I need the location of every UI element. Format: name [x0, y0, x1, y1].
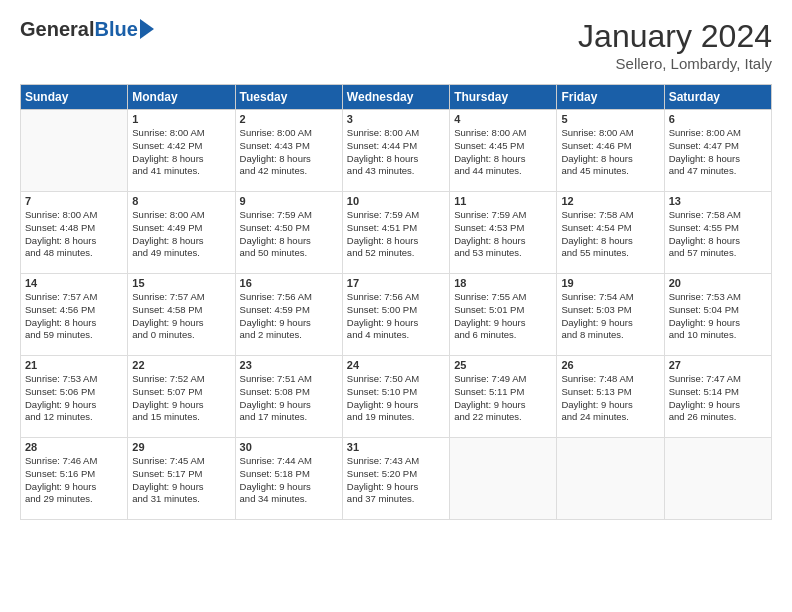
location-text: Sellero, Lombardy, Italy — [578, 55, 772, 72]
day-number: 19 — [561, 277, 659, 289]
day-info: Sunrise: 8:00 AM Sunset: 4:45 PM Dayligh… — [454, 127, 552, 178]
day-number: 17 — [347, 277, 445, 289]
day-number: 27 — [669, 359, 767, 371]
day-info: Sunrise: 7:56 AM Sunset: 4:59 PM Dayligh… — [240, 291, 338, 342]
day-number: 26 — [561, 359, 659, 371]
calendar-cell: 8Sunrise: 8:00 AM Sunset: 4:49 PM Daylig… — [128, 192, 235, 274]
calendar-cell: 30Sunrise: 7:44 AM Sunset: 5:18 PM Dayli… — [235, 438, 342, 520]
calendar-cell: 18Sunrise: 7:55 AM Sunset: 5:01 PM Dayli… — [450, 274, 557, 356]
calendar-week-row: 7Sunrise: 8:00 AM Sunset: 4:48 PM Daylig… — [21, 192, 772, 274]
day-info: Sunrise: 8:00 AM Sunset: 4:44 PM Dayligh… — [347, 127, 445, 178]
day-info: Sunrise: 7:56 AM Sunset: 5:00 PM Dayligh… — [347, 291, 445, 342]
logo-general-text: General — [20, 18, 94, 41]
calendar-cell: 6Sunrise: 8:00 AM Sunset: 4:47 PM Daylig… — [664, 110, 771, 192]
day-number: 31 — [347, 441, 445, 453]
logo: General Blue — [20, 18, 154, 41]
day-info: Sunrise: 7:47 AM Sunset: 5:14 PM Dayligh… — [669, 373, 767, 424]
day-info: Sunrise: 7:45 AM Sunset: 5:17 PM Dayligh… — [132, 455, 230, 506]
header: General Blue January 2024 Sellero, Lomba… — [20, 18, 772, 72]
month-title: January 2024 — [578, 18, 772, 55]
day-info: Sunrise: 8:00 AM Sunset: 4:43 PM Dayligh… — [240, 127, 338, 178]
calendar-cell: 7Sunrise: 8:00 AM Sunset: 4:48 PM Daylig… — [21, 192, 128, 274]
weekday-header-friday: Friday — [557, 85, 664, 110]
calendar-cell: 24Sunrise: 7:50 AM Sunset: 5:10 PM Dayli… — [342, 356, 449, 438]
calendar-cell: 2Sunrise: 8:00 AM Sunset: 4:43 PM Daylig… — [235, 110, 342, 192]
calendar-cell: 1Sunrise: 8:00 AM Sunset: 4:42 PM Daylig… — [128, 110, 235, 192]
day-info: Sunrise: 8:00 AM Sunset: 4:49 PM Dayligh… — [132, 209, 230, 260]
day-number: 6 — [669, 113, 767, 125]
weekday-header-saturday: Saturday — [664, 85, 771, 110]
day-number: 21 — [25, 359, 123, 371]
day-info: Sunrise: 7:44 AM Sunset: 5:18 PM Dayligh… — [240, 455, 338, 506]
day-info: Sunrise: 7:51 AM Sunset: 5:08 PM Dayligh… — [240, 373, 338, 424]
day-number: 18 — [454, 277, 552, 289]
calendar-cell — [557, 438, 664, 520]
page: General Blue January 2024 Sellero, Lomba… — [0, 0, 792, 530]
day-number: 22 — [132, 359, 230, 371]
calendar-cell: 19Sunrise: 7:54 AM Sunset: 5:03 PM Dayli… — [557, 274, 664, 356]
calendar-table: SundayMondayTuesdayWednesdayThursdayFrid… — [20, 84, 772, 520]
calendar-cell — [450, 438, 557, 520]
calendar-cell — [664, 438, 771, 520]
title-block: January 2024 Sellero, Lombardy, Italy — [578, 18, 772, 72]
day-number: 9 — [240, 195, 338, 207]
logo-arrow-icon — [140, 19, 154, 39]
calendar-cell: 26Sunrise: 7:48 AM Sunset: 5:13 PM Dayli… — [557, 356, 664, 438]
day-info: Sunrise: 8:00 AM Sunset: 4:46 PM Dayligh… — [561, 127, 659, 178]
calendar-week-row: 28Sunrise: 7:46 AM Sunset: 5:16 PM Dayli… — [21, 438, 772, 520]
day-number: 24 — [347, 359, 445, 371]
day-number: 20 — [669, 277, 767, 289]
day-info: Sunrise: 7:50 AM Sunset: 5:10 PM Dayligh… — [347, 373, 445, 424]
calendar-week-row: 14Sunrise: 7:57 AM Sunset: 4:56 PM Dayli… — [21, 274, 772, 356]
day-info: Sunrise: 7:53 AM Sunset: 5:06 PM Dayligh… — [25, 373, 123, 424]
logo-blue-text: Blue — [94, 18, 137, 41]
day-info: Sunrise: 8:00 AM Sunset: 4:48 PM Dayligh… — [25, 209, 123, 260]
day-number: 11 — [454, 195, 552, 207]
day-number: 5 — [561, 113, 659, 125]
calendar-week-row: 1Sunrise: 8:00 AM Sunset: 4:42 PM Daylig… — [21, 110, 772, 192]
day-info: Sunrise: 7:48 AM Sunset: 5:13 PM Dayligh… — [561, 373, 659, 424]
calendar-cell: 5Sunrise: 8:00 AM Sunset: 4:46 PM Daylig… — [557, 110, 664, 192]
calendar-week-row: 21Sunrise: 7:53 AM Sunset: 5:06 PM Dayli… — [21, 356, 772, 438]
day-info: Sunrise: 7:57 AM Sunset: 4:58 PM Dayligh… — [132, 291, 230, 342]
day-info: Sunrise: 7:59 AM Sunset: 4:51 PM Dayligh… — [347, 209, 445, 260]
calendar-cell: 28Sunrise: 7:46 AM Sunset: 5:16 PM Dayli… — [21, 438, 128, 520]
day-number: 14 — [25, 277, 123, 289]
day-number: 13 — [669, 195, 767, 207]
day-number: 3 — [347, 113, 445, 125]
day-info: Sunrise: 7:53 AM Sunset: 5:04 PM Dayligh… — [669, 291, 767, 342]
day-info: Sunrise: 7:46 AM Sunset: 5:16 PM Dayligh… — [25, 455, 123, 506]
calendar-cell: 13Sunrise: 7:58 AM Sunset: 4:55 PM Dayli… — [664, 192, 771, 274]
day-number: 10 — [347, 195, 445, 207]
day-number: 16 — [240, 277, 338, 289]
calendar-cell: 4Sunrise: 8:00 AM Sunset: 4:45 PM Daylig… — [450, 110, 557, 192]
calendar-cell: 31Sunrise: 7:43 AM Sunset: 5:20 PM Dayli… — [342, 438, 449, 520]
day-number: 23 — [240, 359, 338, 371]
day-info: Sunrise: 7:59 AM Sunset: 4:53 PM Dayligh… — [454, 209, 552, 260]
calendar-cell: 20Sunrise: 7:53 AM Sunset: 5:04 PM Dayli… — [664, 274, 771, 356]
day-info: Sunrise: 7:49 AM Sunset: 5:11 PM Dayligh… — [454, 373, 552, 424]
calendar-cell: 27Sunrise: 7:47 AM Sunset: 5:14 PM Dayli… — [664, 356, 771, 438]
calendar-cell — [21, 110, 128, 192]
day-number: 7 — [25, 195, 123, 207]
day-number: 28 — [25, 441, 123, 453]
day-number: 4 — [454, 113, 552, 125]
calendar-cell: 29Sunrise: 7:45 AM Sunset: 5:17 PM Dayli… — [128, 438, 235, 520]
calendar-cell: 23Sunrise: 7:51 AM Sunset: 5:08 PM Dayli… — [235, 356, 342, 438]
calendar-cell: 21Sunrise: 7:53 AM Sunset: 5:06 PM Dayli… — [21, 356, 128, 438]
calendar-header-row: SundayMondayTuesdayWednesdayThursdayFrid… — [21, 85, 772, 110]
day-info: Sunrise: 7:55 AM Sunset: 5:01 PM Dayligh… — [454, 291, 552, 342]
calendar-cell: 17Sunrise: 7:56 AM Sunset: 5:00 PM Dayli… — [342, 274, 449, 356]
day-info: Sunrise: 7:58 AM Sunset: 4:54 PM Dayligh… — [561, 209, 659, 260]
calendar-cell: 11Sunrise: 7:59 AM Sunset: 4:53 PM Dayli… — [450, 192, 557, 274]
day-info: Sunrise: 8:00 AM Sunset: 4:47 PM Dayligh… — [669, 127, 767, 178]
calendar-cell: 25Sunrise: 7:49 AM Sunset: 5:11 PM Dayli… — [450, 356, 557, 438]
day-number: 29 — [132, 441, 230, 453]
day-number: 25 — [454, 359, 552, 371]
day-info: Sunrise: 7:59 AM Sunset: 4:50 PM Dayligh… — [240, 209, 338, 260]
weekday-header-sunday: Sunday — [21, 85, 128, 110]
calendar-cell: 10Sunrise: 7:59 AM Sunset: 4:51 PM Dayli… — [342, 192, 449, 274]
day-number: 15 — [132, 277, 230, 289]
calendar-cell: 12Sunrise: 7:58 AM Sunset: 4:54 PM Dayli… — [557, 192, 664, 274]
day-number: 8 — [132, 195, 230, 207]
